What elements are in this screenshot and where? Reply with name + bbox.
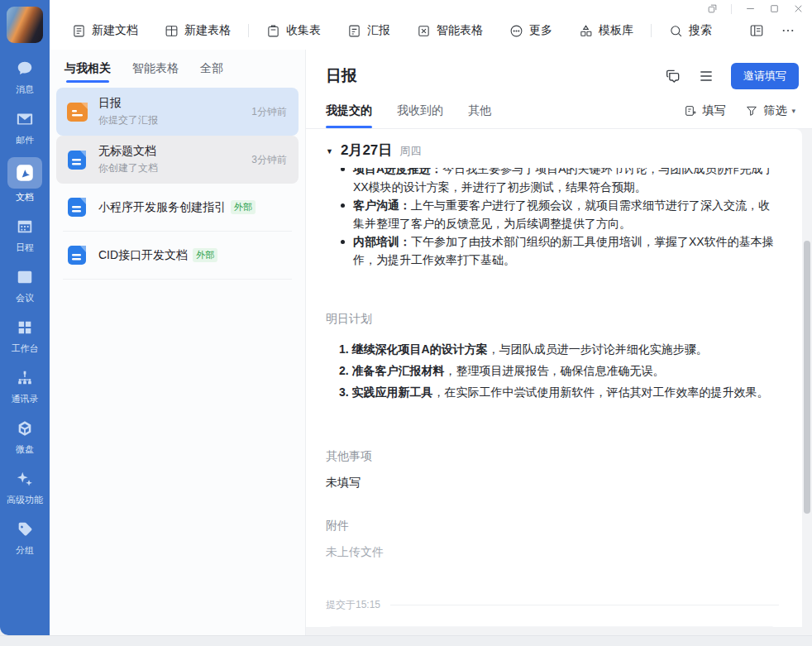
fill-button[interactable]: 填写: [684, 103, 725, 118]
report-button[interactable]: 汇报: [340, 18, 398, 43]
left-sidebar: 消息 邮件 文档: [0, 0, 50, 635]
filter-icon: [745, 104, 758, 117]
sidebar-item-label: 邮件: [16, 134, 34, 146]
sidebar-item-label: 分组: [16, 544, 34, 557]
more-button[interactable]: 更多: [502, 18, 560, 43]
divider-line: [390, 605, 779, 605]
fill-form-icon: [684, 104, 697, 117]
tab-related-to-me[interactable]: 与我相关: [64, 50, 111, 88]
collect-form-button[interactable]: 收集表: [259, 18, 328, 43]
tomorrow-item-lead: 准备客户汇报材料: [352, 364, 445, 377]
tab-others[interactable]: 其他: [468, 93, 491, 128]
today-item-lead: 内部培训：: [353, 235, 411, 248]
document-list-tabs: 与我相关 智能表格 全部: [50, 50, 305, 88]
list-item-daily-report[interactable]: 日报 你提交了汇报 1分钟前: [56, 88, 299, 136]
tab-all[interactable]: 全部: [200, 50, 223, 88]
sidebar-item-messages[interactable]: 消息: [2, 56, 47, 96]
sidebar-item-drive[interactable]: 微盘: [2, 416, 47, 456]
tab-received[interactable]: 我收到的: [397, 93, 443, 128]
comment-input[interactable]: [326, 626, 777, 627]
contacts-icon: [10, 366, 40, 390]
toolbar-divider: [651, 24, 652, 37]
fill-label: 填写: [702, 103, 725, 118]
today-item: 项目A进度推进：今日我主要参与了项目A的关键环节讨论，与团队成员协作完成了XX模…: [339, 168, 779, 196]
window-bottom-edge: [0, 635, 812, 646]
sidebar-item-calendar[interactable]: 日程: [2, 214, 47, 254]
template-library-label: 模板库: [599, 23, 633, 38]
comments-icon[interactable]: [665, 68, 681, 84]
sidebar-item-contacts[interactable]: 通讯录: [2, 366, 47, 405]
report-scroll-area[interactable]: ▼ 2月27日 周四 项目A进度推进：今日我主要参与了项目A的关键环节讨论，与团…: [306, 129, 812, 635]
panel-layout-icon[interactable]: [749, 23, 764, 38]
close-icon[interactable]: [793, 3, 804, 14]
sidebar-item-label: 会议: [16, 292, 34, 304]
external-badge: 外部: [231, 200, 256, 214]
blue-doc-icon: [66, 196, 88, 218]
new-sheet-button[interactable]: 新建表格: [157, 18, 238, 43]
list-item-untitled-doc[interactable]: 无标题文档 你创建了文档 3分钟前: [56, 136, 299, 184]
smart-sheet-button[interactable]: 智能表格: [409, 18, 490, 43]
message-icon: [10, 56, 40, 81]
app-window: 消息 邮件 文档: [0, 0, 812, 646]
list-item-cid-api-doc[interactable]: CID接口开发文档 外部: [63, 232, 292, 280]
new-sheet-icon: [165, 24, 179, 38]
tab-smart-sheets[interactable]: 智能表格: [132, 50, 179, 88]
toolbar-more-icon[interactable]: [781, 23, 795, 38]
scrollbar-thumb[interactable]: [804, 241, 810, 514]
maximize-icon[interactable]: [769, 3, 780, 14]
sidebar-item-workbench[interactable]: 工作台: [2, 315, 47, 355]
group-icon: [10, 517, 40, 542]
window-controls: [707, 3, 804, 14]
new-doc-button[interactable]: 新建文档: [64, 18, 146, 43]
menu-icon[interactable]: [698, 68, 714, 84]
sidebar-item-mail[interactable]: 邮件: [2, 107, 47, 146]
smart-sheet-icon: [417, 24, 431, 38]
tomorrow-item-text: ，在实际工作中尝试使用新软件，评估其对工作效率的提升效果。: [433, 385, 769, 399]
calendar-icon: [10, 214, 40, 239]
tab-my-submitted[interactable]: 我提交的: [326, 93, 372, 128]
top-toolbar: 新建文档 新建表格 收集表 汇报: [50, 0, 812, 50]
today-item-lead: 客户沟通：: [353, 199, 411, 212]
new-doc-label: 新建文档: [92, 23, 138, 38]
collect-form-label: 收集表: [286, 23, 321, 38]
page-title: 日报: [326, 65, 357, 87]
today-item: 客户沟通：上午与重要客户进行了视频会议，就项目需求细节进行了深入交流，收集并整理…: [339, 196, 779, 232]
minimize-icon[interactable]: [745, 3, 756, 14]
meeting-icon: [10, 265, 40, 290]
sidebar-item-meeting[interactable]: 会议: [2, 265, 47, 304]
report-label: 汇报: [367, 23, 390, 38]
smart-sheet-label: 智能表格: [437, 23, 483, 38]
collect-form-icon: [266, 24, 280, 38]
tomorrow-item-lead: 实践应用新工具: [352, 385, 433, 399]
report-icon: [347, 24, 361, 38]
invite-fill-button[interactable]: 邀请填写: [731, 63, 799, 89]
list-item-miniprogram-guide[interactable]: 小程序开发服务创建指引 外部: [63, 184, 292, 232]
new-doc-icon: [72, 24, 86, 38]
doc-title: 小程序开发服务创建指引: [98, 200, 226, 215]
sidebar-item-label: 通讯录: [12, 393, 39, 405]
date-collapse-row[interactable]: ▼ 2月27日 周四: [326, 141, 779, 160]
sidebar-item-docs[interactable]: 文档: [2, 157, 47, 203]
sidebar-item-groups[interactable]: 分组: [2, 517, 47, 557]
search-icon: [669, 24, 683, 38]
tomorrow-plan-label: 明日计划: [326, 312, 779, 327]
attachment-value: 未上传文件: [326, 545, 779, 560]
popout-icon[interactable]: [707, 3, 718, 14]
search-button[interactable]: 搜索: [662, 18, 719, 43]
new-sheet-label: 新建表格: [184, 23, 231, 38]
sidebar-nav: 消息 邮件 文档: [2, 56, 47, 557]
template-library-button[interactable]: 模板库: [571, 18, 641, 43]
collapse-triangle-icon: ▼: [326, 147, 333, 156]
today-item-text: 上午与重要客户进行了视频会议，就项目需求细节进行了深入交流，收集并整理了客户的反…: [353, 199, 770, 230]
sidebar-item-label: 高级功能: [7, 494, 43, 506]
filter-button[interactable]: 筛选 ▾: [745, 103, 795, 118]
tomorrow-plan-list: 继续深化项目A的设计方案，与团队成员进一步讨论并细化实施步骤。 准备客户汇报材料…: [339, 338, 779, 403]
drive-icon: [10, 416, 40, 441]
blue-doc-icon: [66, 149, 88, 171]
search-label: 搜索: [689, 23, 712, 38]
more-label: 更多: [529, 23, 552, 38]
avatar[interactable]: [7, 7, 43, 43]
sidebar-item-advanced[interactable]: 高级功能: [2, 467, 47, 506]
report-tabs: 我提交的 我收到的 其他 填写 筛选 ▾: [306, 93, 812, 129]
tomorrow-item-text: ，整理项目进展报告，确保信息准确无误。: [445, 364, 665, 377]
